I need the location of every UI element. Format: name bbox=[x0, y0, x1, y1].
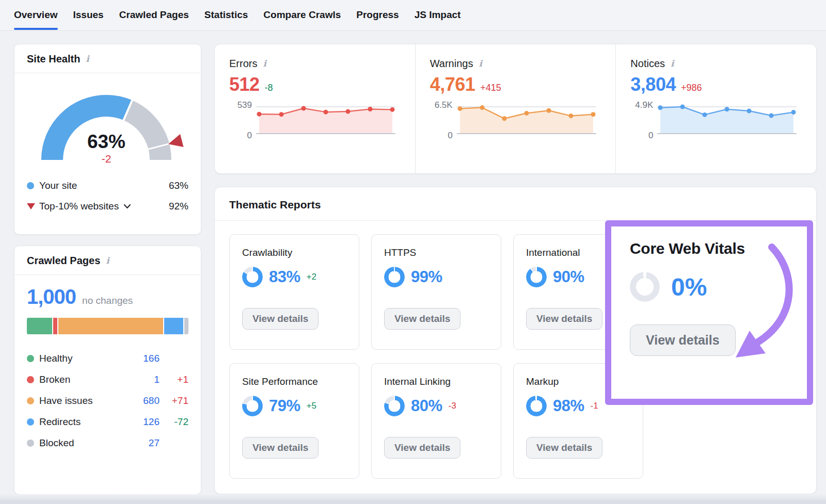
benchmark-triangle-icon bbox=[27, 203, 35, 209]
broken-value[interactable]: 1 bbox=[130, 374, 160, 385]
legend-your-site: Your site 63% bbox=[27, 175, 188, 196]
issues-summary-panel: Errors i 512 -8 539 0 Warnings i 4,761 +… bbox=[214, 44, 817, 174]
thematic-card-internal-linking: Internal Linking 80% -3 View details bbox=[371, 363, 501, 479]
top10-label: Top-10% websites bbox=[39, 201, 119, 212]
bar-segment-blocked[interactable] bbox=[184, 318, 188, 334]
internal-linking-delta: -3 bbox=[449, 401, 456, 411]
site-performance-delta: +5 bbox=[307, 401, 316, 411]
broken-label: Broken bbox=[39, 374, 70, 385]
blocked-dot-icon bbox=[27, 440, 34, 447]
notices-axis-labels: 4.9K 0 bbox=[630, 103, 657, 137]
core-web-vitals-donut bbox=[630, 272, 660, 302]
view-details-button[interactable]: View details bbox=[384, 308, 460, 330]
https-title: HTTPS bbox=[384, 247, 488, 258]
bar-segment-broken[interactable] bbox=[53, 318, 57, 334]
tab-crawled-pages[interactable]: Crawled Pages bbox=[119, 0, 189, 31]
errors-column: Errors i 512 -8 539 0 bbox=[215, 44, 415, 173]
healthy-dot-icon bbox=[27, 355, 34, 362]
site-health-card: Site Health i 63% -2 Your site 63% Top-1… bbox=[14, 44, 201, 235]
bar-segment-redirects[interactable] bbox=[164, 318, 183, 334]
https-percent: 99% bbox=[411, 268, 442, 286]
international-donut bbox=[526, 267, 547, 287]
crawled-pages-legend: Healthy 166 Broken 1 +1 Have issues 680 … bbox=[27, 348, 188, 453]
https-donut bbox=[384, 267, 405, 287]
notices-delta: +986 bbox=[681, 83, 702, 93]
bar-segment-have-issues[interactable] bbox=[58, 318, 163, 334]
your-site-label: Your site bbox=[39, 180, 77, 191]
errors-delta: -8 bbox=[265, 83, 273, 93]
info-icon[interactable]: i bbox=[105, 256, 110, 265]
your-site-dot-icon bbox=[27, 182, 34, 189]
notices-column: Notices i 3,804 +986 4.9K 0 bbox=[615, 44, 816, 173]
warnings-sparkline bbox=[457, 103, 596, 137]
tab-statistics[interactable]: Statistics bbox=[204, 0, 248, 31]
thematic-card-site-performance: Site Performance 79% +5 View details bbox=[229, 363, 359, 479]
tab-overview[interactable]: Overview bbox=[14, 0, 58, 31]
have-issues-label: Have issues bbox=[39, 395, 93, 407]
warnings-axis-labels: 6.5K 0 bbox=[430, 103, 457, 137]
notices-sparkline bbox=[657, 103, 797, 137]
redirects-label: Redirects bbox=[39, 416, 81, 428]
internal-linking-percent: 80% bbox=[411, 397, 442, 415]
warnings-column: Warnings i 4,761 +415 6.5K 0 bbox=[415, 44, 616, 173]
warnings-count[interactable]: 4,761 bbox=[430, 74, 475, 95]
site-health-legend: Your site 63% Top-10% websites 92% bbox=[14, 173, 201, 217]
redirects-delta: -72 bbox=[160, 416, 188, 428]
notices-title: Notices bbox=[630, 58, 665, 70]
legend-row-redirects: Redirects 126 -72 bbox=[27, 411, 188, 432]
svg-text:63%: 63% bbox=[87, 131, 125, 152]
page-bottom-fade bbox=[0, 494, 826, 500]
markup-donut bbox=[526, 396, 547, 416]
legend-top10-websites[interactable]: Top-10% websites 92% bbox=[27, 196, 188, 217]
tab-issues[interactable]: Issues bbox=[73, 0, 104, 31]
site-health-header: Site Health i bbox=[14, 44, 201, 73]
notices-count[interactable]: 3,804 bbox=[630, 74, 676, 95]
site-health-gauge: 63% -2 bbox=[26, 83, 190, 173]
crawlability-donut bbox=[242, 267, 263, 287]
markup-delta: -1 bbox=[591, 401, 598, 411]
broken-delta: +1 bbox=[160, 374, 188, 385]
have-issues-delta: +71 bbox=[160, 395, 188, 407]
thematic-card-https: HTTPS 99% View details bbox=[371, 234, 501, 350]
your-site-value: 63% bbox=[169, 180, 188, 191]
view-details-button[interactable]: View details bbox=[526, 437, 602, 459]
legend-row-broken: Broken 1 +1 bbox=[27, 369, 188, 390]
errors-title: Errors bbox=[229, 58, 257, 70]
have-issues-value[interactable]: 680 bbox=[130, 395, 160, 407]
markup-percent: 98% bbox=[553, 397, 584, 415]
crawled-pages-card: Crawled Pages i 1,000 no changes Healthy… bbox=[14, 246, 201, 495]
crawled-pages-stacked-bar bbox=[27, 318, 188, 334]
view-details-button[interactable]: View details bbox=[384, 437, 460, 459]
info-icon[interactable]: i bbox=[670, 59, 675, 68]
healthy-value[interactable]: 166 bbox=[130, 353, 160, 364]
chevron-down-icon[interactable] bbox=[123, 204, 131, 209]
info-icon[interactable]: i bbox=[478, 59, 483, 68]
report-tabs-bar: Overview Issues Crawled Pages Statistics… bbox=[0, 0, 826, 31]
broken-dot-icon bbox=[27, 376, 34, 383]
errors-count[interactable]: 512 bbox=[229, 74, 260, 95]
errors-axis-labels: 539 0 bbox=[229, 103, 256, 137]
tab-progress[interactable]: Progress bbox=[356, 0, 399, 31]
crawlability-delta: +2 bbox=[307, 272, 316, 282]
blocked-value[interactable]: 27 bbox=[130, 437, 160, 449]
internal-linking-donut bbox=[384, 396, 405, 416]
thematic-reports-header: Thematic Reports bbox=[215, 187, 816, 221]
info-icon[interactable]: i bbox=[262, 59, 267, 68]
redirects-value[interactable]: 126 bbox=[130, 416, 160, 428]
thematic-card-crawlability: Crawlability 83% +2 View details bbox=[229, 234, 359, 350]
have-issues-dot-icon bbox=[27, 397, 34, 404]
tab-js-impact[interactable]: JS Impact bbox=[415, 0, 461, 31]
tab-compare-crawls[interactable]: Compare Crawls bbox=[263, 0, 341, 31]
top10-value: 92% bbox=[169, 201, 188, 212]
info-icon[interactable]: i bbox=[85, 55, 90, 63]
site-performance-donut bbox=[242, 396, 263, 416]
view-details-button[interactable]: View details bbox=[242, 308, 319, 330]
view-details-button[interactable]: View details bbox=[242, 437, 319, 459]
bar-segment-healthy[interactable] bbox=[27, 318, 52, 334]
crawled-pages-header: Crawled Pages i bbox=[14, 246, 201, 275]
core-web-vitals-highlight-box: Core Web Vitals 0% View details bbox=[605, 220, 813, 405]
legend-row-blocked: Blocked 27 bbox=[27, 432, 188, 453]
view-details-button[interactable]: View details bbox=[526, 308, 602, 330]
legend-row-have-issues: Have issues 680 +71 bbox=[27, 390, 188, 411]
page-bottom-edge bbox=[0, 500, 826, 504]
